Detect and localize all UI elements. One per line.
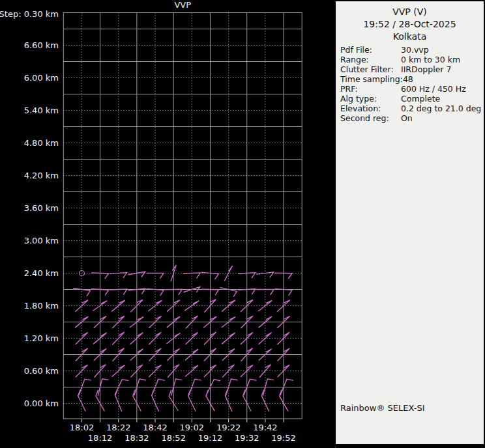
x-axis-label: 19:52 — [271, 433, 295, 443]
x-axis-label: 19:02 — [180, 423, 204, 432]
y-axis-label: 6.60 km — [24, 40, 59, 50]
metadata-row: Time sampling:48 — [340, 74, 484, 84]
metadata-list: Pdf File:30.vvpRange:0 km to 30 kmClutte… — [336, 45, 484, 123]
y-axis-label: 2.40 km — [24, 268, 59, 278]
info-panel: VVP (V) 19:52 / 28-Oct-2025 Kolkata Pdf … — [336, 1, 484, 444]
y-axis-label: 3.00 km — [24, 236, 59, 245]
panel-title: VVP (V) — [336, 1, 484, 18]
y-axis-label: 4.80 km — [24, 138, 59, 148]
x-axis-label: 19:22 — [216, 423, 241, 432]
metadata-label: Second reg: — [340, 113, 401, 123]
metadata-label: Time sampling: — [340, 74, 403, 84]
y-axis-label: 5.40 km — [24, 105, 59, 115]
metadata-row: Range:0 km to 30 km — [340, 55, 484, 64]
panel-site: Kolkata — [336, 31, 484, 43]
metadata-value: 600 Hz / 450 Hz — [401, 84, 466, 94]
x-axis-label: 18:12 — [88, 433, 112, 443]
metadata-row: Elevation:0.2 deg to 21.0 deg — [340, 104, 484, 113]
metadata-value: On — [401, 113, 413, 123]
y-axis-label: 1.20 km — [24, 333, 59, 343]
brand-label: Rainbow® SELEX-SI — [340, 403, 425, 413]
metadata-value: Complete — [401, 94, 440, 104]
x-axis-label: 19:32 — [235, 433, 259, 443]
x-axis-label: 18:02 — [70, 423, 94, 432]
metadata-label: Clutter Filter: — [340, 64, 401, 74]
panel-datetime: 19:52 / 28-Oct-2025 — [336, 18, 484, 31]
y-axis-label: 3.60 km — [24, 203, 59, 213]
x-axis-label: 18:52 — [161, 433, 185, 443]
metadata-row: Second reg:On — [340, 113, 484, 123]
metadata-value: IIRDoppler 7 — [401, 64, 451, 74]
chart-title: VVP — [174, 0, 191, 10]
metadata-row: Pdf File:30.vvp — [340, 45, 484, 55]
metadata-row: Alg type:Complete — [340, 94, 484, 104]
y-axis-label: 4.20 km — [24, 171, 59, 180]
y-axis-label: 6.00 km — [24, 73, 59, 83]
y-axis-label: 0.00 km — [24, 399, 59, 408]
metadata-value: 0.2 deg to 21.0 deg — [401, 104, 481, 113]
x-axis-label: 18:22 — [106, 423, 130, 432]
metadata-value: 0 km to 30 km — [401, 55, 460, 64]
metadata-row: Clutter Filter:IIRDoppler 7 — [340, 64, 484, 74]
y-axis-label: 0.60 km — [24, 366, 59, 376]
chart-region: VVPStep: 0.30 km6.60 km6.00 km5.40 km4.8… — [0, 0, 334, 448]
metadata-label: Pdf File: — [340, 45, 401, 55]
metadata-value: 48 — [403, 74, 413, 84]
x-axis-label: 19:12 — [198, 433, 222, 443]
metadata-label: Range: — [340, 55, 401, 64]
metadata-row: PRF:600 Hz / 450 Hz — [340, 84, 484, 94]
x-axis-label: 19:42 — [253, 423, 277, 432]
vvp-chart: VVPStep: 0.30 km6.60 km6.00 km5.40 km4.8… — [0, 0, 334, 448]
metadata-value: 30.vvp — [401, 45, 429, 55]
metadata-label: Elevation: — [340, 104, 401, 113]
metadata-label: PRF: — [340, 84, 401, 94]
metadata-label: Alg type: — [340, 94, 401, 104]
step-label: Step: 0.30 km — [0, 9, 59, 19]
y-axis-label: 1.80 km — [24, 301, 59, 311]
x-axis-label: 18:42 — [143, 423, 167, 432]
x-axis-label: 18:32 — [125, 433, 149, 443]
